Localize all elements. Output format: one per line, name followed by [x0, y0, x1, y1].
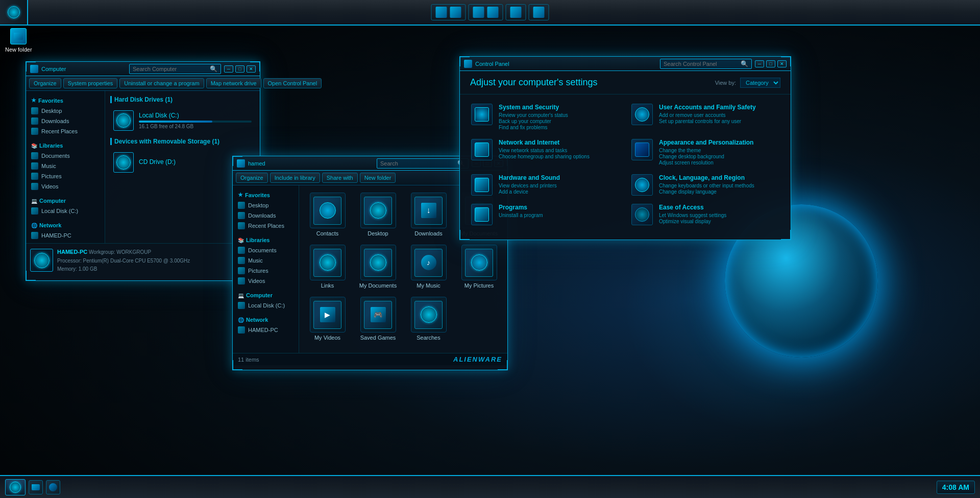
corner-tl [26, 61, 36, 72]
explorer-searchbar[interactable]: 🔍 [377, 158, 469, 169]
folder-my-documents-2[interactable]: My Documents [354, 242, 402, 292]
appearance-link-2[interactable]: Adjust screen resolution [659, 160, 753, 165]
cp-corner-tr [781, 56, 791, 66]
appearance-title[interactable]: Appearance and Personalization [659, 139, 753, 146]
gamepad-icon-2[interactable] [487, 7, 499, 18]
folder-my-pictures[interactable]: My Pictures [455, 242, 503, 292]
explorer-docs-icon [238, 247, 245, 254]
network-cp-icon [471, 139, 493, 160]
hardware-link-0[interactable]: View devices and printers [499, 183, 560, 188]
system-properties-button[interactable]: System properties [63, 78, 118, 88]
system-security-link-0[interactable]: Review your computer's status [499, 112, 568, 118]
system-security-link-2[interactable]: Find and fix problems [499, 125, 568, 130]
user-accounts-info: User Accounts and Family Safety Add or r… [659, 104, 756, 131]
new-folder-icon[interactable]: New folder [5, 28, 32, 53]
organize-button[interactable]: Organize [29, 78, 61, 88]
user-accounts-link-1[interactable]: Set up parental controls for any user [659, 118, 756, 124]
hardware-title[interactable]: Hardware and Sound [499, 174, 560, 181]
ease-access-link-0[interactable]: Let Windows suggest settings [659, 212, 726, 218]
explorer-sidebar-videos[interactable]: Videos [233, 276, 299, 286]
folder-desktop[interactable]: Desktop [354, 189, 402, 240]
programs-title[interactable]: Programs [499, 204, 543, 211]
folder-my-music[interactable]: ♪ My Music [404, 242, 453, 292]
user-accounts-title[interactable]: User Accounts and Family Safety [659, 104, 756, 111]
taskbar-explorer-icon[interactable] [46, 480, 60, 494]
explorer-sidebar-desktop[interactable]: Desktop [233, 200, 299, 210]
camera-icon[interactable] [533, 7, 545, 18]
clock-title[interactable]: Clock, Language, and Region [659, 174, 754, 181]
explorer-organize-button[interactable]: Organize [236, 173, 268, 183]
network-cp-link-0[interactable]: View network status and tasks [499, 148, 590, 153]
alien-icon[interactable] [510, 7, 522, 18]
sidebar-item-localc[interactable]: Local Disk (C:) [26, 206, 105, 216]
mydocs2-alien-icon [370, 254, 386, 271]
sidebar-item-pictures[interactable]: Pictures [26, 171, 105, 181]
explorer-search-input[interactable] [380, 160, 455, 167]
sidebar-item-music[interactable]: Music [26, 161, 105, 171]
appearance-link-1[interactable]: Change desktop background [659, 154, 753, 159]
folder-searches[interactable]: Searches [404, 294, 453, 344]
sidebar-item-hamedpc[interactable]: HAMED-PC [26, 230, 105, 241]
local-disk-c-item[interactable]: Local Disk (C:) 16.1 GB free of 24.8 GB [110, 107, 255, 134]
gamepad-icon[interactable] [473, 7, 484, 18]
cp-viewby-select[interactable]: Category [740, 78, 780, 88]
folder-saved-games[interactable]: 🎮 Saved Games [354, 294, 402, 344]
sidebar-item-desktop[interactable]: Desktop [26, 106, 105, 116]
cp-maximize-button[interactable]: □ [766, 60, 775, 67]
share-with-button[interactable]: Share with [322, 173, 358, 183]
ease-access-title[interactable]: Ease of Access [659, 204, 726, 211]
explorer-sidebar-pictures[interactable]: Pictures [233, 266, 299, 276]
explorer-sidebar-hamedpc[interactable]: HAMED-PC [233, 325, 299, 335]
hard-disk-header: Hard Disk Drives (1) [110, 96, 255, 103]
cp-search-input[interactable] [664, 61, 739, 67]
system-security-title[interactable]: System and Security [499, 104, 568, 111]
start-button[interactable] [5, 479, 26, 495]
sidebar-item-videos[interactable]: Videos [26, 181, 105, 192]
folder-links[interactable]: Links [303, 242, 352, 292]
explorer-network-label: 🌐 Network [233, 315, 299, 325]
network-cp-title[interactable]: Network and Internet [499, 139, 590, 146]
monitor-icon-2[interactable] [450, 7, 461, 18]
hardware-link-1[interactable]: Add a device [499, 189, 560, 195]
clock-link-0[interactable]: Change keyboards or other input methods [659, 183, 754, 188]
computer-searchbar[interactable]: 🔍 [129, 64, 221, 74]
sidebar-item-recent[interactable]: Recent Places [26, 126, 105, 136]
explorer-sidebar-recent[interactable]: Recent Places [233, 221, 299, 231]
folder-contacts[interactable]: Contacts [303, 189, 352, 240]
sidebar-item-documents[interactable]: Documents [26, 151, 105, 161]
folder-downloads[interactable]: ↓ Downloads [404, 189, 453, 240]
open-control-panel-button[interactable]: Open Control Panel [263, 78, 322, 88]
network-cp-link-1[interactable]: Choose homegroup and sharing options [499, 154, 590, 159]
explorer-sidebar-music[interactable]: Music [233, 255, 299, 266]
downloads-folder-label: Downloads [414, 230, 442, 236]
system-security-link-1[interactable]: Back up your computer [499, 118, 568, 124]
folder-my-videos[interactable]: ▶ My Videos [303, 294, 352, 344]
ease-access-link-1[interactable]: Optimize visual display [659, 219, 726, 224]
appearance-link-0[interactable]: Change the theme [659, 148, 753, 153]
appearance-icon [631, 139, 653, 160]
minimize-button[interactable]: ─ [224, 65, 233, 73]
clock-link-1[interactable]: Change display language [659, 189, 754, 195]
user-accounts-link-0[interactable]: Add or remove user accounts [659, 112, 756, 118]
local-disk-c-name: Local Disk (C:) [139, 112, 252, 119]
monitor-icon[interactable] [436, 7, 447, 18]
maximize-button[interactable]: □ [235, 65, 244, 73]
explorer-sidebar-docs[interactable]: Documents [233, 245, 299, 255]
include-library-button[interactable]: Include in library [270, 173, 320, 183]
computer-sidebar: ★ Favorites Desktop Downloads Recent Pla… [26, 91, 105, 243]
cp-searchbar[interactable]: 🔍 [660, 59, 752, 69]
map-network-button[interactable]: Map network drive [206, 78, 261, 88]
taskbar-folder-icon[interactable] [29, 480, 43, 494]
favorites-section: ★ Favorites Desktop Downloads Recent Pla… [26, 95, 105, 136]
cp-minimize-button[interactable]: ─ [755, 60, 764, 67]
explorer-sidebar-localc[interactable]: Local Disk (C:) [233, 300, 299, 311]
taskbar-bottom-left [5, 479, 60, 495]
new-folder-button[interactable]: New folder [360, 173, 396, 183]
sidebar-item-downloads[interactable]: Downloads [26, 116, 105, 126]
music-note-icon: ♪ [421, 255, 436, 270]
explorer-sidebar-downloads[interactable]: Downloads [233, 210, 299, 221]
folder-icon-image [10, 28, 27, 44]
computer-search-input[interactable] [133, 66, 208, 72]
programs-link-0[interactable]: Uninstall a program [499, 212, 543, 218]
uninstall-button[interactable]: Uninstall or change a program [119, 78, 204, 88]
